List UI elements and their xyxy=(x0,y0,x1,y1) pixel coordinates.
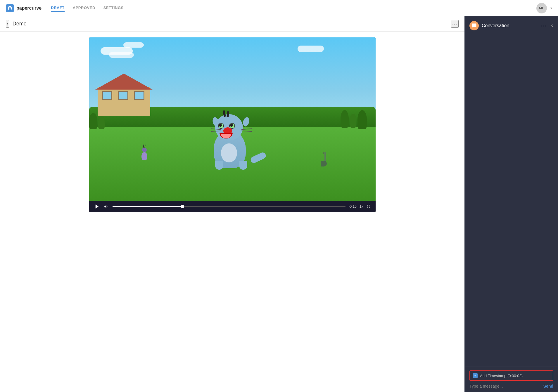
more-options-button[interactable]: ··· xyxy=(451,20,459,28)
conversation-header: Conversation ··· × xyxy=(465,16,558,35)
logo-icon xyxy=(6,4,14,12)
main-area: ‹ Demo ··· xyxy=(0,16,558,392)
conversation-footer: Add Timestamp (0:00:02) Send xyxy=(465,367,558,392)
left-panel: ‹ Demo ··· xyxy=(0,16,464,392)
send-button[interactable]: Send xyxy=(543,384,553,388)
nav-tab-approved[interactable]: APPROVED xyxy=(73,4,95,12)
sub-header: ‹ Demo ··· xyxy=(0,16,464,32)
video-controls: -0:16 1x xyxy=(89,201,376,212)
nav-tabs: DRAFT APPROVED SETTINGS xyxy=(51,4,536,12)
video-wrapper: -0:16 1x xyxy=(89,37,376,212)
speed-button[interactable]: 1x xyxy=(360,204,363,209)
conversation-title: Conversation xyxy=(482,23,540,28)
logo-area: papercurve xyxy=(6,4,42,12)
nav-right: ML ▾ xyxy=(536,3,552,13)
cloud-2 xyxy=(123,42,144,48)
trees-left xyxy=(89,113,105,129)
cloud-4 xyxy=(298,46,324,52)
main-character xyxy=(209,113,253,168)
play-button[interactable] xyxy=(94,203,100,210)
video-area: -0:16 1x xyxy=(0,32,464,392)
conversation-messages[interactable] xyxy=(465,35,558,367)
message-input-row: Send xyxy=(469,384,553,388)
object-right xyxy=(321,152,330,166)
back-button[interactable]: ‹ xyxy=(6,20,9,28)
volume-button[interactable] xyxy=(103,203,110,210)
progress-fill xyxy=(113,206,182,207)
conversation-actions: ··· × xyxy=(540,23,553,29)
conversation-panel: Conversation ··· × Add Timestamp (0:00:0… xyxy=(464,16,558,392)
nav-chevron-icon[interactable]: ▾ xyxy=(550,6,552,10)
progress-bar[interactable] xyxy=(113,206,346,207)
nav-tab-draft[interactable]: DRAFT xyxy=(51,4,65,12)
timestamp-label: Add Timestamp (0:00:02) xyxy=(480,374,523,378)
cartoon-scene xyxy=(89,37,376,201)
avatar[interactable]: ML xyxy=(536,3,547,13)
house-window-1 xyxy=(102,91,112,100)
trees-right xyxy=(341,110,367,129)
page-title: Demo xyxy=(13,21,451,27)
conversation-more-button[interactable]: ··· xyxy=(540,23,547,29)
bug-character xyxy=(138,148,151,166)
time-display: -0:16 xyxy=(348,204,356,209)
svg-marker-0 xyxy=(95,204,99,209)
message-input[interactable] xyxy=(469,384,541,388)
video-frame[interactable] xyxy=(89,37,376,201)
timestamp-row: Add Timestamp (0:00:02) xyxy=(469,370,553,381)
nav-tab-settings[interactable]: SETTINGS xyxy=(103,4,124,12)
house xyxy=(98,87,150,116)
progress-thumb xyxy=(181,205,184,208)
house-window-2 xyxy=(118,91,128,100)
top-nav: papercurve DRAFT APPROVED SETTINGS ML ▾ xyxy=(0,0,558,16)
conversation-icon xyxy=(469,21,479,30)
conversation-close-button[interactable]: × xyxy=(550,23,553,29)
logo-text: papercurve xyxy=(16,6,42,11)
timestamp-checkbox[interactable] xyxy=(473,373,478,378)
cloud-3 xyxy=(109,52,134,58)
fullscreen-button[interactable] xyxy=(366,204,371,209)
house-window-3 xyxy=(134,91,144,100)
